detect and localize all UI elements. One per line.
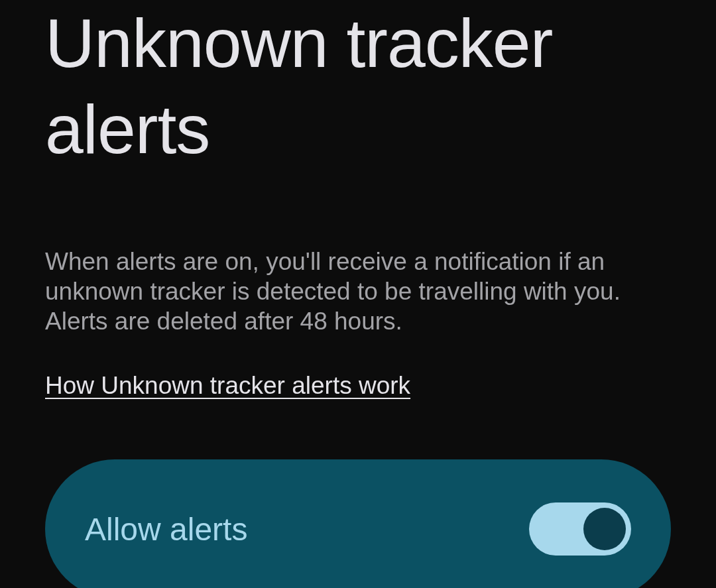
page-description: When alerts are on, you'll receive a not… <box>45 247 671 336</box>
allow-alerts-toggle[interactable]: Allow alerts <box>45 459 671 588</box>
help-link[interactable]: How Unknown tracker alerts work <box>45 372 410 400</box>
toggle-label: Allow alerts <box>85 511 247 548</box>
switch-thumb <box>583 508 626 550</box>
page-title: Unknown tracker alerts <box>45 0 671 172</box>
switch-track[interactable] <box>529 502 631 556</box>
